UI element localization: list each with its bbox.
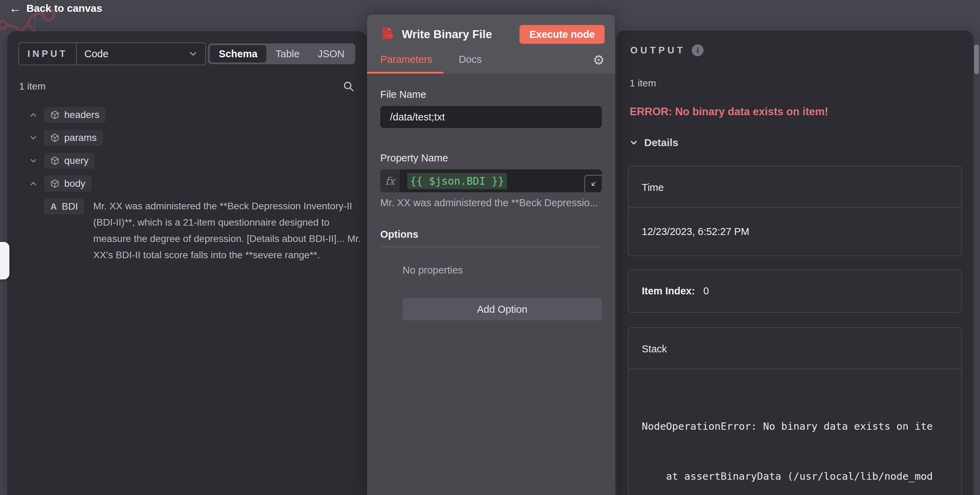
execute-node-button[interactable]: Execute node (520, 25, 605, 44)
tab-docs[interactable]: Docs (459, 54, 482, 70)
schema-key-bdi[interactable]: A BDI (44, 198, 84, 214)
object-cube-icon (50, 110, 59, 119)
tab-table[interactable]: Table (266, 45, 309, 62)
collapse-caret-up-icon[interactable] (29, 176, 44, 192)
schema-tree: headers params query (29, 107, 367, 263)
back-to-canvas-button[interactable]: ← Back to canvas (9, 2, 102, 14)
tree-row-params: params (29, 130, 367, 146)
tab-parameters[interactable]: Parameters (380, 54, 432, 70)
schema-key-body[interactable]: body (44, 176, 92, 192)
expand-caret-down-icon[interactable] (29, 130, 44, 146)
stack-card-header: Stack (628, 328, 961, 369)
input-source-value: Code (77, 43, 188, 65)
tab-schema[interactable]: Schema (210, 45, 266, 62)
time-card: Time 12/23/2023, 6:52:27 PM (628, 166, 962, 256)
tree-row-query: query (29, 153, 367, 169)
node-panel-header: Write Binary File Execute node Parameter… (367, 14, 615, 74)
expand-caret-down-icon[interactable] (29, 153, 44, 169)
expression-code[interactable]: {{ $json.BDI }} (407, 173, 507, 189)
expression-result-preview: Mr. XX was administered the **Beck Depre… (380, 197, 602, 209)
input-source-select[interactable]: INPUT Code (18, 42, 206, 65)
file-name-input[interactable] (380, 106, 602, 128)
tree-row-bdi: A BDI Mr. XX was administered the **Beck… (44, 198, 367, 263)
details-toggle[interactable]: Details (629, 137, 974, 149)
item-index-card: Item Index: 0 (628, 270, 962, 313)
back-to-canvas-label: Back to canvas (26, 2, 102, 14)
stack-line: at assertBinaryData (/usr/local/lib/node… (642, 468, 961, 485)
schema-key-label: BDI (62, 201, 78, 212)
time-card-header: Time (628, 167, 961, 208)
schema-key-label: query (64, 155, 89, 166)
schema-key-label: body (64, 178, 86, 189)
object-cube-icon (50, 156, 59, 165)
error-message-title: ERROR: No binary data exists on item! (630, 106, 974, 118)
schema-value-bdi[interactable]: Mr. XX was administered the **Beck Depre… (93, 198, 367, 263)
tree-row-body: body (29, 176, 367, 192)
schema-key-label: headers (64, 109, 99, 121)
scrollbar-thumb[interactable] (974, 44, 979, 74)
node-settings-gear-icon[interactable]: ⚙ (593, 54, 605, 70)
schema-key-query[interactable]: query (44, 153, 95, 169)
property-name-expression-input[interactable]: fx {{ $json.BDI }} (380, 170, 602, 192)
stack-line: NodeOperationError: No binary data exist… (642, 418, 961, 435)
write-binary-file-node-icon (380, 27, 394, 42)
object-cube-icon (50, 179, 59, 188)
details-label: Details (644, 137, 678, 149)
file-name-label: File Name (380, 89, 602, 100)
schema-key-headers[interactable]: headers (44, 107, 105, 123)
panel-resize-handle[interactable] (0, 242, 10, 279)
options-heading: Options (380, 229, 602, 247)
fx-expression-icon: fx (380, 170, 400, 192)
chevron-down-icon (629, 138, 639, 148)
input-panel: INPUT Code Schema Table JSON 1 item (7, 31, 367, 495)
collapse-caret-up-icon[interactable] (29, 107, 44, 123)
view-mode-toggle: Schema Table JSON (208, 43, 355, 64)
time-card-value: 12/23/2023, 6:52:27 PM (628, 208, 961, 255)
input-items-count: 1 item (19, 81, 46, 92)
object-cube-icon (50, 133, 59, 142)
output-items-count: 1 item (630, 78, 974, 89)
node-title: Write Binary File (402, 28, 520, 41)
stack-card: Stack NodeOperationError: No binary data… (628, 327, 962, 495)
node-settings-panel: Write Binary File Execute node Parameter… (367, 14, 615, 495)
chevron-down-icon (188, 43, 205, 65)
active-tab-underline (367, 72, 444, 74)
item-index-value: 0 (703, 286, 709, 297)
string-type-icon: A (50, 201, 57, 212)
stack-trace: NodeOperationError: No binary data exist… (628, 369, 961, 495)
info-icon[interactable]: i (692, 44, 703, 56)
output-panel-label: OUTPUT (630, 45, 686, 56)
expand-expression-icon[interactable] (584, 175, 602, 192)
input-panel-label: INPUT (19, 43, 77, 65)
search-icon[interactable] (343, 81, 355, 92)
options-empty-text: No properties (402, 265, 602, 276)
tab-json[interactable]: JSON (309, 45, 353, 62)
output-panel: OUTPUT i 1 item ERROR: No binary data ex… (616, 30, 974, 495)
item-index-label: Item Index: (642, 286, 695, 297)
schema-key-params[interactable]: params (44, 130, 103, 146)
add-option-button[interactable]: Add Option (402, 298, 602, 320)
schema-key-label: params (64, 132, 97, 143)
property-name-label: Property Name (380, 152, 602, 164)
back-arrow-icon: ← (9, 2, 22, 14)
tree-row-headers: headers (29, 107, 367, 123)
